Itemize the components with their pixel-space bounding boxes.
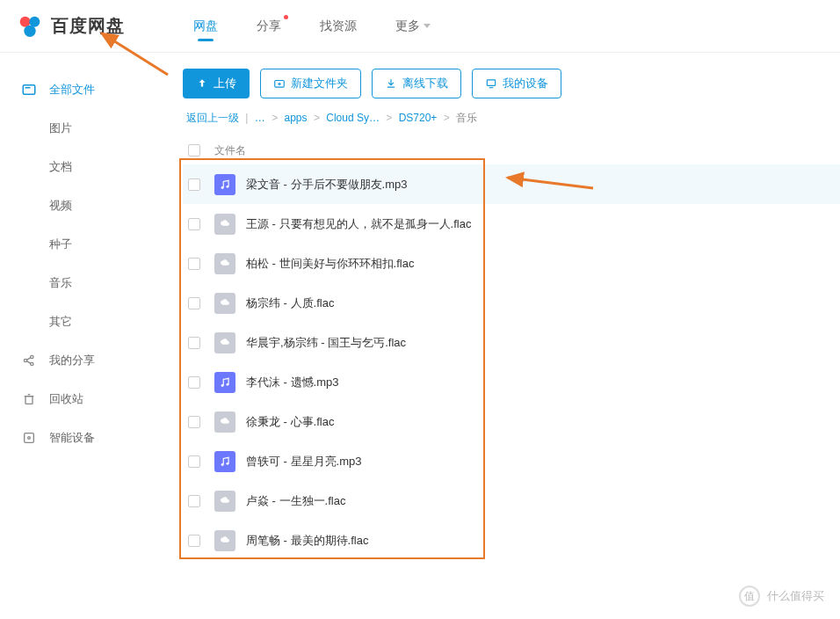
- cloud-file-icon: [214, 530, 235, 551]
- cloud-file-icon: [214, 214, 235, 235]
- svg-rect-3: [23, 85, 35, 95]
- breadcrumb-part[interactable]: Cloud Sy…: [326, 112, 380, 124]
- offline-download-button[interactable]: 离线下载: [372, 69, 461, 98]
- breadcrumb: 返回上一级 | … > apps > Cloud Sy… > DS720+ > …: [183, 111, 840, 126]
- table-row[interactable]: 徐秉龙 - 心事.flac: [183, 402, 840, 441]
- row-checkbox[interactable]: [188, 258, 200, 270]
- nav-find[interactable]: 找资源: [318, 3, 358, 50]
- cloud-file-icon: [214, 491, 235, 512]
- row-checkbox[interactable]: [188, 495, 200, 507]
- file-list: 梁文音 - 分手后不要做朋友.mp3王源 - 只要有想见的人，就不是孤身一人.f…: [183, 164, 840, 560]
- sidebar-sub-images[interactable]: 图片: [0, 109, 174, 148]
- breadcrumb-back[interactable]: 返回上一级: [186, 112, 239, 124]
- sidebar: 全部文件 图片 文档 视频 种子 音乐 其它 我的分享 回收站 智能设备: [0, 53, 174, 619]
- music-note-icon: [214, 174, 235, 195]
- table-row[interactable]: 梁文音 - 分手后不要做朋友.mp3: [183, 164, 840, 204]
- nav-more[interactable]: 更多: [394, 3, 432, 50]
- file-name: 周笔畅 - 最美的期待.flac: [246, 533, 368, 549]
- row-checkbox[interactable]: [188, 178, 200, 191]
- top-nav: 网盘 分享 找资源 更多: [192, 3, 432, 50]
- table-row[interactable]: 华晨宇,杨宗纬 - 国王与乞丐.flac: [183, 323, 840, 362]
- cloud-file-icon: [214, 293, 235, 314]
- sidebar-item-label: 全部文件: [49, 82, 95, 98]
- chevron-down-icon: [424, 24, 431, 28]
- sidebar-item-all-files[interactable]: 全部文件: [0, 70, 174, 109]
- svg-rect-18: [487, 80, 495, 85]
- svg-line-9: [26, 361, 31, 364]
- select-all-checkbox[interactable]: [188, 144, 200, 157]
- svg-point-21: [226, 185, 228, 187]
- svg-rect-4: [25, 87, 31, 89]
- svg-point-24: [221, 463, 224, 466]
- table-row[interactable]: 柏松 - 世间美好与你环环相扣.flac: [183, 244, 840, 283]
- new-folder-icon: [273, 77, 286, 90]
- breadcrumb-current: 音乐: [456, 112, 477, 124]
- row-checkbox[interactable]: [188, 376, 200, 389]
- new-folder-button[interactable]: 新建文件夹: [260, 69, 361, 98]
- cloud-file-icon: [214, 411, 235, 433]
- table-row[interactable]: 杨宗纬 - 人质.flac: [183, 283, 840, 323]
- upload-button[interactable]: 上传: [183, 69, 250, 98]
- sidebar-sub-other[interactable]: 其它: [0, 302, 174, 341]
- sidebar-item-label: 回收站: [49, 391, 83, 407]
- devices-icon: [485, 77, 497, 90]
- sidebar-item-recycle[interactable]: 回收站: [0, 380, 174, 419]
- breadcrumb-part[interactable]: …: [255, 112, 265, 124]
- music-note-icon: [214, 451, 235, 472]
- table-row[interactable]: 李代沫 - 遗憾.mp3: [183, 362, 840, 402]
- nav-pan[interactable]: 网盘: [192, 3, 220, 50]
- svg-line-8: [26, 358, 31, 360]
- svg-rect-13: [25, 433, 34, 443]
- watermark: 值 什么值得买: [739, 586, 824, 607]
- file-name: 曾轶可 - 星星月亮.mp3: [246, 454, 361, 470]
- my-devices-button[interactable]: 我的设备: [472, 69, 561, 98]
- breadcrumb-part[interactable]: DS720+: [399, 112, 438, 124]
- row-checkbox[interactable]: [188, 455, 200, 468]
- row-checkbox[interactable]: [188, 297, 200, 310]
- baidu-pan-logo-icon: [16, 12, 44, 40]
- nav-share[interactable]: 分享: [255, 3, 283, 50]
- header: 百度网盘 网盘 分享 找资源 更多: [0, 0, 840, 53]
- table-row[interactable]: 周笔畅 - 最美的期待.flac: [183, 521, 840, 560]
- row-checkbox[interactable]: [188, 337, 200, 349]
- file-name: 梁文音 - 分手后不要做朋友.mp3: [246, 177, 407, 193]
- svg-point-14: [28, 437, 31, 440]
- toolbar: 上传 新建文件夹 离线下载 我的设备: [183, 69, 840, 98]
- sidebar-item-label: 我的分享: [49, 353, 95, 368]
- upload-icon: [196, 77, 208, 90]
- sidebar-sub-docs[interactable]: 文档: [0, 148, 174, 186]
- sidebar-sub-torrents[interactable]: 种子: [0, 225, 174, 264]
- sidebar-sub-music[interactable]: 音乐: [0, 264, 174, 302]
- table-row[interactable]: 王源 - 只要有想见的人，就不是孤身一人.flac: [183, 204, 840, 244]
- share-icon: [21, 353, 37, 368]
- file-name: 华晨宇,杨宗纬 - 国王与乞丐.flac: [246, 335, 406, 351]
- main-content: 上传 新建文件夹 离线下载 我的设备 返回上一级 | … > apps > Cl…: [174, 53, 840, 619]
- row-checkbox[interactable]: [188, 218, 200, 230]
- sidebar-sub-videos[interactable]: 视频: [0, 186, 174, 225]
- trash-icon: [21, 391, 37, 407]
- table-row[interactable]: 卢焱 - 一生独一.flac: [183, 481, 840, 521]
- svg-point-20: [221, 186, 224, 189]
- table-row[interactable]: 曾轶可 - 星星月亮.mp3: [183, 441, 840, 481]
- svg-point-22: [221, 384, 224, 387]
- file-name: 徐秉龙 - 心事.flac: [246, 414, 334, 430]
- row-checkbox[interactable]: [188, 416, 200, 428]
- file-name: 王源 - 只要有想见的人，就不是孤身一人.flac: [246, 216, 471, 232]
- music-note-icon: [214, 372, 235, 393]
- logo[interactable]: 百度网盘: [16, 12, 174, 40]
- cloud-file-icon: [214, 253, 235, 274]
- device-icon: [21, 430, 37, 446]
- svg-point-2: [24, 25, 35, 36]
- column-name: 文件名: [214, 143, 246, 158]
- watermark-icon: 值: [739, 586, 760, 607]
- file-name: 卢焱 - 一生独一.flac: [246, 493, 345, 509]
- row-checkbox[interactable]: [188, 535, 200, 547]
- sidebar-item-myshare[interactable]: 我的分享: [0, 341, 174, 380]
- breadcrumb-part[interactable]: apps: [285, 112, 308, 124]
- brand-name: 百度网盘: [51, 14, 125, 38]
- svg-point-23: [226, 382, 228, 385]
- download-icon: [385, 77, 397, 90]
- cloud-file-icon: [214, 332, 235, 353]
- sidebar-item-devices[interactable]: 智能设备: [0, 419, 174, 457]
- folder-icon: [21, 82, 37, 98]
